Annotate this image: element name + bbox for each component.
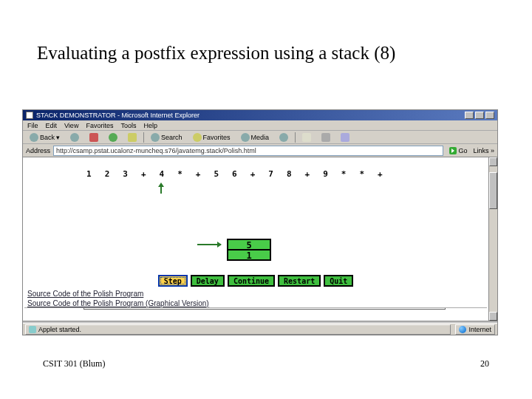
dropdown-icon: ▾ — [56, 134, 60, 141]
status-bar: Applet started. Internet — [23, 323, 497, 335]
go-button[interactable]: Go — [446, 147, 470, 154]
minimize-button[interactable] — [465, 112, 474, 119]
applet-status-icon — [29, 326, 36, 333]
expr-token: 3 — [123, 169, 128, 179]
stop-button[interactable] — [86, 132, 102, 143]
menu-file[interactable]: File — [27, 122, 38, 129]
close-button[interactable] — [485, 112, 494, 119]
continue-button[interactable]: Continue — [228, 275, 275, 287]
media-button[interactable]: Media — [237, 132, 273, 143]
expr-token: + — [141, 169, 146, 179]
edit-toolbar-button[interactable] — [337, 132, 353, 143]
media-icon — [241, 133, 250, 142]
footer-left: CSIT 301 (Blum) — [43, 358, 105, 369]
status-left-text: Applet started. — [38, 326, 81, 333]
delay-button[interactable]: Delay — [191, 275, 225, 287]
stop-icon — [89, 133, 98, 142]
back-button[interactable]: Back ▾ — [26, 132, 64, 143]
edit-icon — [341, 133, 349, 142]
history-button[interactable] — [276, 132, 292, 143]
menu-edit[interactable]: Edit — [46, 122, 58, 129]
slide-title: Evaluating a postfix expression using a … — [37, 43, 395, 64]
go-icon — [449, 147, 457, 154]
expr-token: 4 — [160, 169, 165, 179]
expr-token: 1 — [86, 169, 92, 179]
expr-token: + — [305, 169, 310, 179]
home-icon — [128, 133, 137, 142]
quit-button[interactable]: Quit — [324, 275, 353, 287]
go-label: Go — [458, 147, 467, 154]
back-arrow-icon — [30, 133, 38, 142]
star-icon — [193, 133, 202, 142]
window-title: STACK DEMONSTRATOR - Microsoft Internet … — [36, 112, 200, 119]
print-button[interactable] — [318, 132, 334, 143]
favorites-button[interactable]: Favorites — [189, 132, 234, 143]
expr-token: 6 — [232, 169, 237, 179]
stack-display: 51 — [227, 240, 271, 261]
mail-button[interactable] — [299, 132, 315, 143]
titlebar: STACK DEMONSTRATOR - Microsoft Internet … — [23, 110, 497, 120]
browser-window: STACK DEMONSTRATOR - Microsoft Internet … — [22, 109, 498, 335]
address-label: Address — [26, 147, 50, 154]
source-link-2[interactable]: Source Code of the Polish Program (Graph… — [27, 299, 484, 308]
expr-token: + — [250, 169, 256, 179]
media-label: Media — [251, 134, 270, 141]
expr-token: 2 — [105, 169, 110, 179]
expr-token: * — [359, 169, 364, 179]
search-label: Search — [161, 134, 183, 141]
footer-right: 20 — [480, 358, 489, 369]
expr-token: + — [378, 169, 383, 179]
history-icon — [279, 133, 288, 142]
scroll-thumb[interactable] — [489, 172, 497, 209]
expr-token: * — [177, 169, 183, 179]
status-left: Applet started. — [25, 324, 451, 335]
menu-tools[interactable]: Tools — [120, 122, 136, 129]
app-icon — [26, 112, 33, 119]
expression-row: 123+4*+56+78+9**+ — [86, 166, 482, 181]
maximize-button[interactable] — [475, 112, 484, 119]
expr-token: 7 — [268, 169, 273, 179]
expr-token: + — [196, 169, 201, 179]
restart-button[interactable]: Restart — [278, 275, 321, 287]
expr-token: 5 — [214, 169, 219, 179]
favorites-label: Favorites — [203, 134, 231, 141]
menu-view[interactable]: View — [64, 122, 78, 129]
menu-help[interactable]: Help — [143, 122, 157, 129]
menu-bar: File Edit View Favorites Tools Help — [23, 120, 497, 131]
links-label[interactable]: Links » — [473, 147, 494, 154]
vertical-scrollbar[interactable] — [488, 157, 497, 321]
forward-arrow-icon — [70, 133, 79, 142]
applet-button-row: Step Delay Continue Restart Quit — [23, 274, 488, 287]
forward-button[interactable] — [66, 132, 83, 143]
expr-token: 8 — [287, 169, 292, 179]
stack-cell: 1 — [227, 249, 271, 261]
toolbar: Back ▾ Search Favorites Media — [23, 131, 497, 144]
menu-favorites[interactable]: Favorites — [86, 122, 113, 129]
refresh-button[interactable] — [105, 132, 121, 143]
mail-icon — [302, 133, 311, 142]
url-text: http://csamp.pstat.ucalonz-muncheq.s76/j… — [56, 147, 256, 154]
home-button[interactable] — [124, 132, 140, 143]
scroll-up-button[interactable] — [489, 157, 497, 166]
stack-top-arrow-icon — [197, 244, 221, 245]
status-right: Internet — [455, 324, 495, 335]
url-input[interactable]: http://csamp.pstat.ucalonz-muncheq.s76/j… — [53, 146, 443, 156]
print-icon — [321, 133, 330, 142]
back-label: Back — [40, 134, 55, 141]
page-links: Source Code of the Polish Program Source… — [24, 287, 487, 308]
refresh-icon — [109, 133, 117, 142]
search-button[interactable]: Search — [147, 132, 186, 143]
expr-token: * — [341, 169, 347, 179]
address-bar: Address http://csamp.pstat.ucalonz-munch… — [23, 144, 497, 157]
globe-icon — [459, 326, 466, 333]
status-right-text: Internet — [468, 326, 491, 333]
expr-token: 9 — [323, 169, 328, 179]
search-icon — [151, 133, 160, 142]
step-button[interactable]: Step — [158, 275, 188, 287]
scroll-down-button[interactable] — [489, 312, 497, 321]
source-link-1[interactable]: Source Code of the Polish Program — [27, 289, 484, 299]
